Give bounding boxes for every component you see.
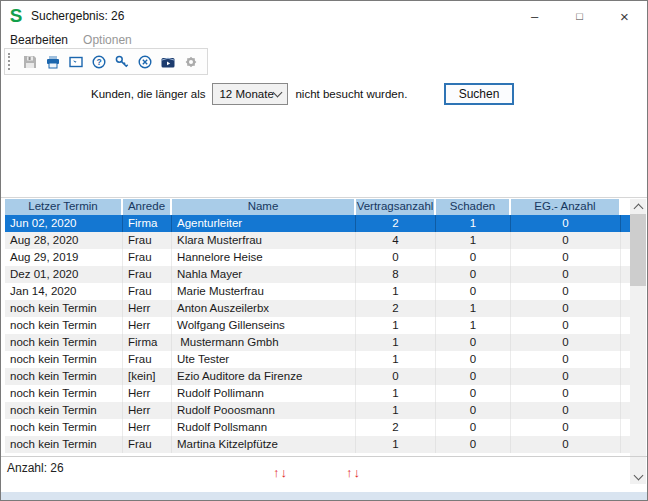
table-cell: 0	[511, 368, 621, 385]
table-row[interactable]: noch kein Termin[kein]Ezio Auditore da F…	[5, 368, 630, 385]
table-cell: 0	[511, 232, 621, 249]
table-cell: noch kein Termin	[5, 402, 123, 419]
bottom-edge-strip	[1, 492, 647, 500]
table-cell: 8	[356, 266, 436, 283]
table-cell: 0	[511, 249, 621, 266]
table-cell: 4	[356, 232, 436, 249]
table-cell: noch kein Termin	[5, 419, 123, 436]
table-cell: Hannelore Heise	[172, 249, 356, 266]
table-cell: 1	[356, 351, 436, 368]
toolbar-grip-handle[interactable]	[8, 53, 13, 70]
footer-divider	[1, 456, 647, 457]
table-row[interactable]: Jun 02, 2020FirmaAgenturleiter210	[5, 215, 630, 232]
svg-text:?: ?	[96, 57, 101, 67]
preview-window-icon[interactable]	[66, 52, 86, 71]
chevron-down-icon	[273, 88, 283, 98]
maximize-button[interactable]: □	[557, 1, 602, 31]
table-row[interactable]: noch kein TerminHerrWolfgang Gillenseins…	[5, 317, 630, 334]
table-cell: noch kein Termin	[5, 351, 123, 368]
column-header-anrede[interactable]: Anrede	[123, 199, 172, 215]
row-filler	[621, 334, 630, 351]
table-cell: 1	[356, 436, 436, 453]
column-header-letzer-termin[interactable]: Letzer Termin	[5, 199, 123, 215]
table-cell: 0	[511, 266, 621, 283]
table-cell: Firma	[123, 334, 172, 351]
table-cell: Herr	[123, 317, 172, 334]
table-cell: 1	[436, 317, 511, 334]
row-filler	[621, 215, 630, 232]
column-header-schaden[interactable]: Schaden	[436, 199, 511, 215]
table-cell: 2	[356, 215, 436, 232]
row-filler	[621, 385, 630, 402]
months-dropdown-value: 12 Monate	[219, 88, 273, 100]
table-row[interactable]: Aug 29, 2019FrauHannelore Heise000	[5, 249, 630, 266]
vertical-scrollbar[interactable]	[630, 199, 646, 484]
minimize-button[interactable]: –	[512, 1, 557, 31]
scroll-down-button[interactable]	[630, 469, 646, 484]
table-cell: Mustermann Gmbh	[172, 334, 356, 351]
filter-text-after: nicht besucht wurden.	[295, 88, 407, 100]
scrollbar-thumb[interactable]	[630, 214, 646, 286]
table-row[interactable]: noch kein TerminFrauMartina Kitzelpfütze…	[5, 436, 630, 453]
table-row[interactable]: Jan 14, 2020FrauMarie Musterfrau100	[5, 283, 630, 300]
table-cell: noch kein Termin	[5, 436, 123, 453]
table-cell: noch kein Termin	[5, 317, 123, 334]
table-row[interactable]: Aug 28, 2020FrauKlara Musterfrau410	[5, 232, 630, 249]
close-button[interactable]: ×	[602, 1, 647, 31]
table-cell: Ezio Auditore da Firenze	[172, 368, 356, 385]
table-cell: Wolfgang Gillenseins	[172, 317, 356, 334]
table-row[interactable]: Dez 01, 2020FrauNahla Mayer800	[5, 266, 630, 283]
table-cell: Rudolf Pooosmann	[172, 402, 356, 419]
table-cell: 0	[436, 368, 511, 385]
window-title: Suchergebnis: 26	[31, 9, 124, 23]
months-dropdown[interactable]: 12 Monate	[212, 83, 288, 105]
app-window: S Suchergebnis: 26 – □ × Bearbeiten Opti…	[0, 0, 648, 501]
table-row[interactable]: noch kein TerminHerrRudolf Pollimann100	[5, 385, 630, 402]
table-cell: Jun 02, 2020	[5, 215, 123, 232]
key-icon[interactable]	[112, 52, 132, 71]
table-cell: 0	[511, 300, 621, 317]
table-header: Letzer Termin Anrede Name Vertragsanzahl…	[5, 199, 621, 215]
table-cell: Herr	[123, 385, 172, 402]
row-filler	[621, 249, 630, 266]
toolbar: ?	[4, 48, 208, 75]
print-icon[interactable]	[43, 52, 63, 71]
table-cell: 0	[511, 385, 621, 402]
sort-arrows-icon[interactable]: ↑↓	[273, 465, 288, 480]
close-circle-icon[interactable]	[135, 52, 155, 71]
column-header-vertragsanzahl[interactable]: Vertragsanzahl	[356, 199, 436, 215]
table-top-border	[1, 197, 647, 198]
table-cell: 1	[356, 283, 436, 300]
table-cell: 0	[436, 436, 511, 453]
row-filler	[621, 266, 630, 283]
table-cell: 0	[436, 419, 511, 436]
table-cell: Agenturleiter	[172, 215, 356, 232]
help-icon[interactable]: ?	[89, 52, 109, 71]
row-filler	[621, 300, 630, 317]
table-cell: 0	[511, 436, 621, 453]
row-filler	[621, 232, 630, 249]
table-row[interactable]: noch kein TerminHerrAnton Auszeilerbx210	[5, 300, 630, 317]
table-cell: 0	[511, 283, 621, 300]
column-header-name[interactable]: Name	[172, 199, 356, 215]
table-row[interactable]: noch kein TerminFrauUte Tester100	[5, 351, 630, 368]
archive-icon[interactable]	[158, 52, 178, 71]
table-cell: 0	[436, 385, 511, 402]
table-cell: 0	[356, 368, 436, 385]
row-filler	[621, 419, 630, 436]
sort-arrows-icon[interactable]: ↑↓	[346, 465, 361, 480]
table-cell: Aug 29, 2019	[5, 249, 123, 266]
search-button[interactable]: Suchen	[444, 83, 514, 105]
menu-item-bearbeiten[interactable]: Bearbeiten	[10, 33, 68, 47]
table-cell: Aug 28, 2020	[5, 232, 123, 249]
table-cell: Rudolf Pollimann	[172, 385, 356, 402]
table-row[interactable]: noch kein TerminFirma Mustermann Gmbh100	[5, 334, 630, 351]
column-header-eg-anzahl[interactable]: EG.- Anzahl	[511, 199, 621, 215]
table-row[interactable]: noch kein TerminHerrRudolf Pollsmann200	[5, 419, 630, 436]
table-cell: Martina Kitzelpfütze	[172, 436, 356, 453]
table-cell: 1	[356, 317, 436, 334]
table-cell: 0	[511, 419, 621, 436]
table-row[interactable]: noch kein TerminHerrRudolf Pooosmann100	[5, 402, 630, 419]
table-cell: Frau	[123, 232, 172, 249]
scroll-up-button[interactable]	[630, 199, 646, 214]
